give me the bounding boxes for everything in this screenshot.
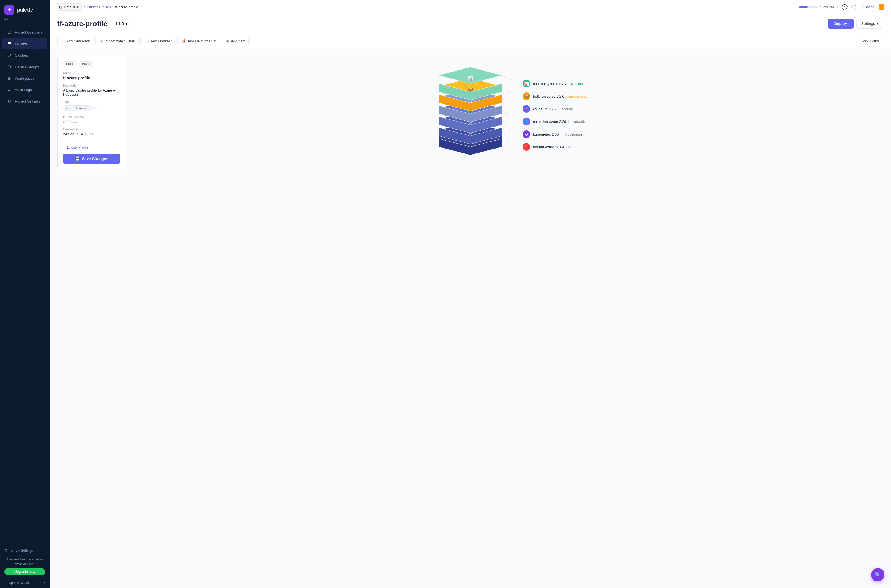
content-area: tf-azure-profile 1.1.0 ▾ Deploy Settings… xyxy=(50,14,891,588)
import-cluster-button[interactable]: ⊕ Import from cluster xyxy=(96,37,138,45)
spectro-cloud-row: ⬡ spectro cloud ‹ xyxy=(5,578,45,585)
save-label: Save Changes xyxy=(82,156,108,161)
usage-bar-background xyxy=(799,6,818,8)
storage-category: Storage xyxy=(562,107,574,111)
editor-button[interactable]: </> Editor xyxy=(859,37,883,45)
sidebar-item-project-overview[interactable]: ⊞ Project Overview xyxy=(2,27,47,38)
network-icon: 🌐 xyxy=(523,118,530,125)
workspaces-icon: ⊟ xyxy=(7,76,12,81)
docs-link[interactable]: 📄 Docs xyxy=(860,5,874,9)
kubernetes-name: kubernetes 1.30.4 xyxy=(533,132,562,136)
badge-full: FULL xyxy=(63,62,77,67)
version-selector[interactable]: 1.1.0 ▾ xyxy=(112,20,131,28)
layer-info-monitoring: cost-analyzer 1.103.3 Monitoring xyxy=(533,81,586,86)
layer-row-os[interactable]: 🔴 ubuntu-azure 22.04 OS xyxy=(523,143,587,151)
export-profile-button[interactable]: ↑ Export Profile xyxy=(63,144,120,151)
workspace-selector[interactable]: ⊟ Default ▾ xyxy=(56,3,82,11)
settings-button[interactable]: Settings ▾ xyxy=(856,19,883,28)
chat-fab-button[interactable]: 🔍 xyxy=(871,568,884,581)
add-helm-button[interactable]: ⛵ Add Helm chart ▾ xyxy=(177,37,221,45)
collapse-icon[interactable]: ‹ xyxy=(44,581,45,585)
os-category: OS xyxy=(568,145,572,149)
settings-label: Settings xyxy=(861,21,875,26)
sidebar-item-label: Clusters xyxy=(15,53,28,57)
deploy-button[interactable]: Deploy xyxy=(828,19,854,28)
tags-row: app: hello-univer... — xyxy=(63,105,120,111)
in-use-label: In Use Clusters xyxy=(63,115,120,118)
tag-chip-1: app: hello-univer... xyxy=(63,105,94,111)
add-zarf-label: Add Zarf xyxy=(231,39,245,43)
page-title: tf-azure-profile xyxy=(57,20,107,28)
add-pack-button[interactable]: ⊕ Add New Pack xyxy=(57,37,94,45)
monitoring-category: Monitoring xyxy=(571,82,586,86)
sidebar-item-tenant-settings[interactable]: ⚙ Tenant Settings xyxy=(5,546,45,555)
layer-row-storage[interactable]: 🔺 csi-azure 1.28.3 Storage xyxy=(523,105,587,113)
version-chevron-icon: ▾ xyxy=(125,21,128,26)
clusters-icon: ⬡ xyxy=(7,53,12,58)
storage-icon: 🔺 xyxy=(523,105,530,113)
description-value: A basic cluster profile for Azure with K… xyxy=(63,88,120,96)
sidebar-item-profiles[interactable]: ☰ Profiles xyxy=(2,38,47,49)
sidebar-item-workspaces[interactable]: ⊟ Workspaces xyxy=(2,73,47,84)
main-content: FULL PROJ Name tf-azure-profile Descript… xyxy=(50,49,891,176)
connector-k8s xyxy=(502,119,512,136)
layers-list: 📊 cost-analyzer 1.103.3 Monitoring 📦 hel… xyxy=(523,80,587,151)
stack-visual-area: 🖥 ⚙ 🌐 xyxy=(429,66,587,159)
add-helm-chevron-icon: ▾ xyxy=(214,39,216,43)
audit-logs-icon: ≡ xyxy=(7,87,12,92)
upgrade-text: Start small and only pay for what you us… xyxy=(5,558,45,566)
workspace-label: Default xyxy=(64,5,75,9)
add-helm-label: Add Helm chart xyxy=(188,39,213,43)
layer-info-kubernetes: kubernetes 1.30.4 Kubernetes xyxy=(533,132,582,136)
layer-row-monitoring[interactable]: 📊 cost-analyzer 1.103.3 Monitoring xyxy=(523,80,587,87)
save-changes-button[interactable]: 💾 Save Changes xyxy=(63,154,120,164)
import-cluster-icon: ⊕ xyxy=(100,39,103,43)
network-category: Network xyxy=(572,120,585,124)
sidebar: ✦ palette 4.4.19 ⊞ Project Overview ☰ Pr… xyxy=(0,0,50,588)
layer-info-os: ubuntu-azure 22.04 OS xyxy=(533,144,572,149)
sidebar-item-label: Project Overview xyxy=(15,30,42,34)
help-icon[interactable]: ⓘ xyxy=(851,4,856,10)
sidebar-item-project-settings[interactable]: ⚙ Project Settings xyxy=(2,96,47,107)
usage-bar: 1.29/100kCH xyxy=(799,6,838,9)
workspace-icon: ⊟ xyxy=(59,5,62,9)
logo-text: palette xyxy=(17,7,33,13)
upgrade-button[interactable]: Upgrade now xyxy=(5,568,45,575)
main-area: ⊟ Default ▾ / Cluster Profiles / tf-azur… xyxy=(50,0,891,588)
settings-chevron-icon: ▾ xyxy=(877,21,879,26)
editor-icon: </> xyxy=(863,39,868,43)
page-title-right: Deploy Settings ▾ xyxy=(828,19,883,28)
connector-os xyxy=(502,130,512,150)
sidebar-item-audit-logs[interactable]: ≡ Audit Logs xyxy=(2,84,47,95)
toolbar-right: </> Editor xyxy=(859,37,883,45)
tag-more[interactable]: — xyxy=(96,105,102,111)
add-zarf-button[interactable]: ⊞ Add Zarf xyxy=(222,37,249,45)
add-manifest-button[interactable]: 📄 Add Manifest xyxy=(140,37,176,45)
save-icon: 💾 xyxy=(75,156,80,161)
signal-icon: 📶 xyxy=(878,4,884,10)
sidebar-item-cluster-groups[interactable]: ⬡ Cluster Groups xyxy=(2,62,47,72)
network-name: cni-calico-azure 3.26.1 xyxy=(533,120,569,124)
usage-bar-fill xyxy=(799,6,808,8)
monitoring-icon: 📊 xyxy=(523,80,530,87)
os-name: ubuntu-azure 22.04 xyxy=(533,145,564,149)
breadcrumb-parent-link[interactable]: Cluster Profiles xyxy=(87,5,111,9)
docs-label: Docs xyxy=(866,5,874,9)
layer-row-kubernetes[interactable]: ⚙ kubernetes 1.30.4 Kubernetes xyxy=(523,130,587,138)
chat-icon[interactable]: 💬 xyxy=(841,4,847,10)
chat-fab-icon: 🔍 xyxy=(874,572,881,578)
layer-row-network[interactable]: 🌐 cni-calico-azure 3.26.1 Network xyxy=(523,118,587,125)
badge-proj: PROJ xyxy=(79,62,93,67)
sidebar-item-clusters[interactable]: ⬡ Clusters xyxy=(2,50,47,61)
profiles-icon: ☰ xyxy=(7,41,12,46)
toolbar: ⊕ Add New Pack ⊕ Import from cluster 📄 A… xyxy=(50,33,891,49)
connector-storage xyxy=(502,98,512,108)
add-manifest-icon: 📄 xyxy=(144,39,149,43)
app-services-icon: 📦 xyxy=(523,92,530,100)
add-helm-icon: ⛵ xyxy=(182,39,186,43)
docs-icon: 📄 xyxy=(860,5,865,9)
not-used-text: Not used xyxy=(63,120,120,124)
layer-row-app-services[interactable]: 📦 hello-universe 1.2.0 App services xyxy=(523,92,587,100)
name-label: Name xyxy=(63,71,120,75)
tenant-settings-icon: ⚙ xyxy=(5,549,8,552)
